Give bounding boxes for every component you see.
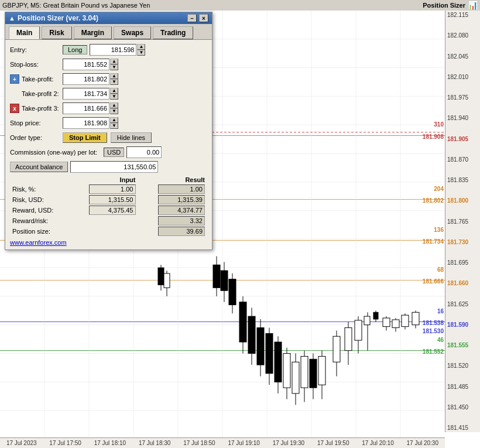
risk-pct-row: Risk, %: bbox=[10, 184, 207, 194]
svg-rect-34 bbox=[239, 302, 246, 342]
tp3-x-badge[interactable]: x bbox=[10, 104, 19, 113]
position-size-label: Position size: bbox=[10, 226, 68, 237]
stoploss-spin-down[interactable]: ▼ bbox=[110, 64, 118, 70]
sl-count-label: 46 bbox=[437, 337, 444, 343]
time-label-10: 17 Jul 20:30 bbox=[406, 440, 438, 446]
commission-row: Commission (one-way) per lot: USD bbox=[10, 146, 207, 159]
entry-spin-down[interactable]: ▼ bbox=[137, 50, 145, 56]
close-button[interactable]: × bbox=[199, 14, 208, 22]
risk-pct-input[interactable] bbox=[89, 184, 136, 194]
svg-rect-54 bbox=[333, 336, 340, 362]
risk-usd-row: Risk, USD: bbox=[10, 194, 207, 205]
panel-body: Entry: Long ▲ ▼ Stop-loss: ▲ ▼ + Take-pr… bbox=[5, 40, 212, 249]
price-label-2: 182.080 bbox=[445, 32, 480, 39]
tp3-spin-up[interactable]: ▲ bbox=[110, 102, 118, 108]
reward-usd-result bbox=[158, 206, 205, 215]
reward-usd-result-cell bbox=[138, 205, 208, 216]
price-label-13: 181.695 bbox=[445, 259, 480, 266]
sl-value-label: 181.552 bbox=[423, 348, 444, 355]
entry-count-label: 16 bbox=[437, 308, 444, 314]
svg-rect-70 bbox=[412, 312, 419, 324]
entry-type-button[interactable]: Long bbox=[63, 45, 87, 54]
svg-rect-32 bbox=[229, 279, 236, 305]
svg-rect-62 bbox=[373, 312, 378, 319]
chart-title-text: GBPJPY, M5: Great Britain Pound vs Japan… bbox=[2, 2, 150, 9]
position-size-result bbox=[158, 227, 205, 236]
takeprofit3-row: x Take-profit 3: ▲ ▼ bbox=[10, 102, 207, 115]
price-label-8: 181.870 bbox=[445, 156, 480, 163]
takeprofit2-label: Take-profit 2: bbox=[10, 90, 63, 97]
stop-price-value-label: 181.908 bbox=[423, 134, 444, 140]
reward-risk-result bbox=[158, 216, 205, 225]
commission-currency: USD bbox=[104, 148, 124, 157]
entry-spinner: ▲ ▼ bbox=[137, 44, 145, 56]
entry-row: Entry: Long ▲ ▼ bbox=[10, 43, 207, 56]
time-label-7: 17 Jul 19:30 bbox=[273, 440, 305, 446]
stoploss-input[interactable] bbox=[63, 59, 109, 70]
price-label-6: 181.940 bbox=[445, 115, 480, 121]
tp2-spin-down[interactable]: ▼ bbox=[110, 94, 118, 100]
risk-pct-input-cell bbox=[68, 184, 138, 194]
price-label-7: 181.905 bbox=[445, 136, 480, 142]
tab-risk[interactable]: Risk bbox=[42, 26, 71, 39]
reward-usd-input[interactable] bbox=[89, 206, 136, 215]
stopprice-spin-up[interactable]: ▲ bbox=[110, 117, 118, 123]
reward-risk-label: Reward/risk: bbox=[10, 216, 68, 226]
stopprice-spin-down[interactable]: ▼ bbox=[110, 123, 118, 129]
position-size-result-cell bbox=[138, 226, 208, 237]
reward-usd-label: Reward, USD: bbox=[10, 205, 68, 216]
svg-rect-26 bbox=[164, 273, 170, 288]
hide-lines-button[interactable]: Hide lines bbox=[111, 132, 152, 143]
minimize-button[interactable]: – bbox=[187, 14, 197, 22]
price-label-19: 181.485 bbox=[445, 384, 480, 390]
tab-trading[interactable]: Trading bbox=[153, 26, 193, 39]
risk-usd-input[interactable] bbox=[89, 195, 136, 204]
time-label-2: 17 Jul 17:50 bbox=[49, 440, 81, 446]
risk-usd-result-cell bbox=[138, 194, 208, 205]
stopprice-input[interactable] bbox=[63, 117, 109, 129]
takeprofit-input[interactable] bbox=[63, 73, 109, 85]
stoploss-spin-up[interactable]: ▲ bbox=[110, 59, 118, 64]
takeprofit-label: Take-profit: bbox=[22, 76, 63, 83]
svg-rect-30 bbox=[221, 271, 228, 290]
price-label-17: 181.555 bbox=[445, 342, 480, 348]
tp-count-label: 204 bbox=[434, 186, 444, 192]
tp3-count-label: 68 bbox=[437, 266, 444, 273]
chart-title-right: Position Sizer 📊 bbox=[423, 0, 478, 11]
time-axis: 17 Jul 2023 17 Jul 17:50 17 Jul 18:10 17… bbox=[0, 437, 445, 448]
price-label-9: 181.835 bbox=[445, 177, 480, 183]
risk-usd-label: Risk, USD: bbox=[10, 194, 68, 205]
svg-rect-24 bbox=[158, 268, 164, 285]
time-label-8: 17 Jul 19:50 bbox=[317, 440, 349, 446]
tp2-spin-up[interactable]: ▲ bbox=[110, 88, 118, 94]
position-size-input-cell bbox=[68, 226, 138, 237]
commission-input[interactable] bbox=[126, 146, 162, 158]
takeprofit2-input[interactable] bbox=[63, 88, 109, 100]
svg-rect-42 bbox=[275, 342, 282, 382]
tab-swaps[interactable]: Swaps bbox=[114, 26, 151, 39]
tp-spin-up[interactable]: ▲ bbox=[110, 73, 118, 79]
risk-pct-result bbox=[158, 184, 205, 194]
entry-input[interactable] bbox=[90, 44, 136, 56]
tab-main[interactable]: Main bbox=[9, 26, 40, 39]
risk-pct-result-cell bbox=[138, 184, 208, 194]
results-table: Input Result Risk, %: Risk, USD: bbox=[10, 176, 207, 237]
stop-limit-button[interactable]: Stop Limit bbox=[63, 132, 107, 143]
entry-sub-label: 181.530 bbox=[423, 328, 444, 334]
tp3-spin-down[interactable]: ▼ bbox=[110, 108, 118, 114]
takeprofit3-input[interactable] bbox=[63, 102, 109, 114]
entry-spin-up[interactable]: ▲ bbox=[137, 44, 145, 50]
col-empty-header bbox=[10, 176, 68, 184]
earnforex-link[interactable]: www.earnforex.com bbox=[10, 239, 207, 246]
tp-spin-down[interactable]: ▼ bbox=[110, 79, 118, 85]
takeprofit2-row: Take-profit 2: ▲ ▼ bbox=[10, 87, 207, 100]
entry-label: Entry: bbox=[10, 46, 63, 53]
account-balance-input[interactable] bbox=[70, 161, 158, 173]
tp-plus-badge[interactable]: + bbox=[10, 74, 19, 84]
tab-margin[interactable]: Margin bbox=[74, 26, 112, 39]
risk-usd-input-cell bbox=[68, 194, 138, 205]
account-balance-button[interactable]: Account balance bbox=[10, 162, 68, 172]
stopprice-spinner: ▲ ▼ bbox=[110, 117, 118, 129]
takeprofit-row: + Take-profit: ▲ ▼ bbox=[10, 73, 207, 86]
entry-value-label: 181.538 bbox=[423, 320, 444, 326]
